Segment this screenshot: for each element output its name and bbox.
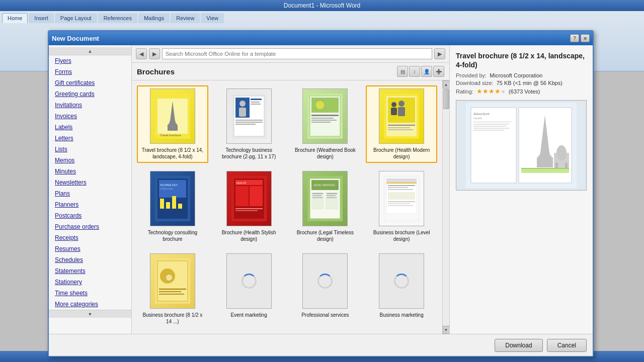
- spinner-professional: [317, 274, 333, 289]
- search-bar: ◀ ▶ ▶: [132, 45, 449, 63]
- thumb-business-level: [379, 171, 424, 226]
- template-health-modern[interactable]: Brochure (Health Modern design): [366, 85, 437, 163]
- scroll-track: [443, 88, 450, 326]
- svg-rect-88: [473, 122, 511, 122]
- right-panel: Travel brochure (8 1/2 x 14, landscape, …: [449, 45, 593, 334]
- sidebar-item-more-categories[interactable]: More categories: [49, 299, 131, 310]
- svg-rect-25: [311, 122, 331, 123]
- template-event-marketing[interactable]: Event marketing: [213, 250, 285, 328]
- dialog-titlebar: New Document ? ✕: [49, 31, 593, 45]
- svg-rect-61: [312, 197, 323, 198]
- view-sort-icon[interactable]: ↕: [409, 66, 420, 77]
- view-user-icon[interactable]: 👤: [421, 66, 432, 77]
- sidebar-item-memos[interactable]: Memos: [49, 155, 131, 166]
- cancel-button[interactable]: Cancel: [547, 339, 587, 352]
- travel-svg: Travel brochure: [155, 94, 190, 139]
- thumb-business-half: [150, 253, 195, 309]
- sidebar-item-flyers[interactable]: Flyers: [49, 55, 131, 66]
- template-travel[interactable]: Travel brochure Travel brochure (8 1/2 x…: [137, 85, 208, 163]
- dialog-body: ▲ Flyers Forms Gift certificates Greetin…: [49, 45, 593, 334]
- view-add-icon[interactable]: ➕: [433, 66, 444, 77]
- svg-rect-50: [250, 186, 263, 206]
- scroll-up-arrow[interactable]: ▲: [443, 80, 450, 88]
- sidebar-item-plans[interactable]: Plans: [49, 188, 131, 199]
- search-input[interactable]: [162, 48, 432, 59]
- template-tech[interactable]: Technology business brochure (2-pg, 11 x…: [213, 85, 285, 163]
- template-legal[interactable]: LEGAL SERVICES Brochure: [290, 168, 361, 245]
- sidebar-item-lists[interactable]: Lists: [49, 144, 131, 155]
- sidebar-item-gift-certificates[interactable]: Gift certificates: [49, 77, 131, 88]
- back-button[interactable]: ◀: [136, 48, 147, 59]
- tab-page-layout[interactable]: Page Layout: [55, 13, 97, 23]
- dialog-close-button[interactable]: ✕: [581, 34, 590, 42]
- svg-rect-63: [327, 195, 336, 196]
- search-go-button[interactable]: ▶: [434, 48, 445, 59]
- svg-rect-15: [235, 120, 263, 121]
- tab-mailings[interactable]: Mailings: [138, 13, 170, 23]
- template-label-business-level: Business brochure (Level design): [369, 229, 434, 242]
- sidebar-item-purchase-orders[interactable]: Purchase orders: [49, 221, 131, 232]
- sidebar-item-postcards[interactable]: Postcards: [49, 210, 131, 221]
- tab-review[interactable]: Review: [171, 13, 200, 23]
- template-label-professional-services: Professional services: [301, 312, 349, 318]
- svg-rect-42: [166, 202, 170, 209]
- sidebar-item-time-sheets[interactable]: Time sheets: [49, 288, 131, 299]
- svg-rect-34: [388, 127, 410, 128]
- meta-download-size: Download size: 75 KB (<1 min @ 56 Kbps): [456, 80, 587, 86]
- template-business-level[interactable]: Business brochure (Level design): [366, 168, 437, 245]
- sidebar-item-minutes[interactable]: Minutes: [49, 166, 131, 177]
- svg-rect-22: [311, 115, 339, 116]
- forward-button[interactable]: ▶: [149, 48, 160, 59]
- tech-svg: [231, 94, 267, 139]
- dialog-title: New Document: [52, 35, 99, 42]
- thumb-health-stylish: HEALTH: [226, 171, 272, 226]
- sidebar-item-planners[interactable]: Planners: [49, 199, 131, 210]
- sidebar-item-receipts[interactable]: Receipts: [49, 232, 131, 243]
- view-small-icon[interactable]: ▤: [397, 66, 408, 77]
- svg-rect-69: [388, 187, 408, 188]
- tab-references[interactable]: References: [98, 13, 137, 23]
- scroll-down-arrow[interactable]: ▼: [443, 326, 450, 334]
- tab-home[interactable]: Home: [2, 13, 28, 23]
- template-business-half[interactable]: Business brochure (8 1/2 x 14 ...): [137, 250, 208, 328]
- sidebar-item-labels[interactable]: Labels: [49, 122, 131, 133]
- sidebar-item-schedules[interactable]: Schedules: [49, 254, 131, 265]
- svg-rect-95: [538, 155, 551, 157]
- sidebar-item-invitations[interactable]: Invitations: [49, 100, 131, 111]
- svg-rect-43: [172, 196, 176, 209]
- svg-rect-5: [168, 125, 178, 131]
- sidebar-item-forms[interactable]: Forms: [49, 66, 131, 77]
- sidebar-item-greeting-cards[interactable]: Greeting cards: [49, 88, 131, 100]
- sidebar-scroll-down[interactable]: ▼: [49, 310, 131, 318]
- svg-rect-11: [239, 108, 246, 117]
- tab-view[interactable]: View: [201, 13, 224, 23]
- sidebar-item-letters[interactable]: Letters: [49, 133, 131, 144]
- svg-rect-44: [178, 204, 182, 209]
- template-business-marketing[interactable]: Business marketing: [366, 250, 437, 328]
- svg-rect-73: [388, 203, 410, 204]
- template-weathered[interactable]: Brochure (Weathered Book design): [290, 85, 361, 163]
- sidebar-item-invoices[interactable]: Invoices: [49, 111, 131, 122]
- template-tech-consult[interactable]: TECHNOLOGY CONSULTING Technology consult…: [137, 168, 208, 245]
- svg-rect-91: [473, 128, 510, 129]
- svg-point-10: [239, 101, 246, 107]
- template-professional-services[interactable]: Professional services: [290, 250, 361, 328]
- dialog-help-button[interactable]: ?: [570, 34, 579, 42]
- sidebar-item-resumes[interactable]: Resumes: [49, 243, 131, 254]
- svg-rect-80: [159, 289, 186, 290]
- sidebar-item-newsletters[interactable]: Newsletters: [49, 177, 131, 188]
- sidebar-item-statements[interactable]: Statements: [49, 265, 131, 277]
- scroll-thumb[interactable]: [443, 89, 449, 109]
- template-health-stylish[interactable]: HEALTH Brochure (Health Stylish design): [213, 168, 285, 245]
- sidebar-item-stationery[interactable]: Stationery: [49, 277, 131, 288]
- svg-rect-64: [327, 197, 337, 198]
- template-label-health-modern: Brochure (Health Modern design): [369, 147, 434, 160]
- svg-rect-94: [540, 153, 550, 155]
- sidebar-scroll-up[interactable]: ▲: [49, 47, 131, 55]
- download-button[interactable]: Download: [495, 339, 542, 352]
- svg-rect-59: [312, 193, 323, 194]
- svg-rect-49: [235, 186, 249, 206]
- svg-point-98: [556, 145, 567, 160]
- tab-insert[interactable]: Insert: [29, 13, 54, 23]
- svg-text:CONSULTING: CONSULTING: [160, 188, 173, 190]
